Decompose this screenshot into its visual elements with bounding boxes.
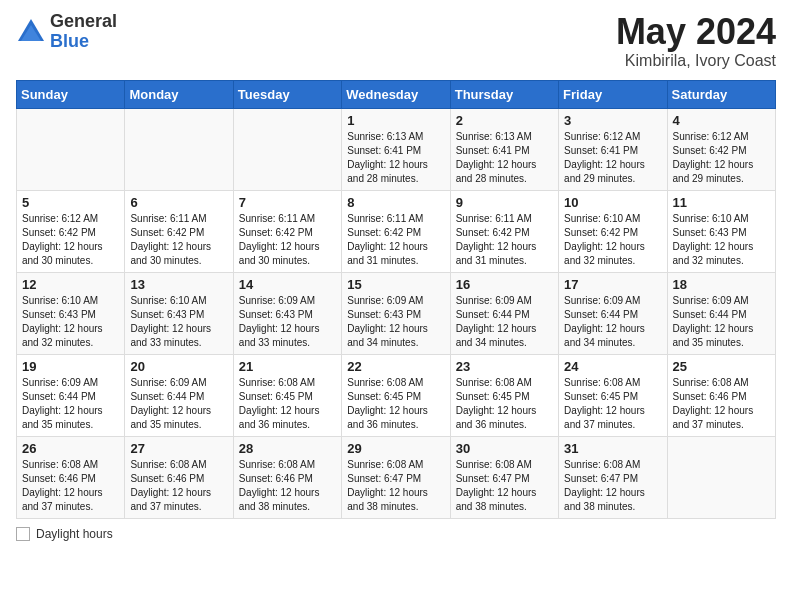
day-info: Sunrise: 6:09 AMSunset: 6:44 PMDaylight:… xyxy=(456,294,554,350)
day-info: Sunrise: 6:10 AMSunset: 6:43 PMDaylight:… xyxy=(22,294,120,350)
day-number: 2 xyxy=(456,113,554,128)
day-info: Sunrise: 6:09 AMSunset: 6:43 PMDaylight:… xyxy=(239,294,337,350)
day-cell: 13Sunrise: 6:10 AMSunset: 6:43 PMDayligh… xyxy=(125,272,233,354)
day-cell: 17Sunrise: 6:09 AMSunset: 6:44 PMDayligh… xyxy=(559,272,667,354)
day-info: Sunrise: 6:08 AMSunset: 6:45 PMDaylight:… xyxy=(564,376,662,432)
day-cell xyxy=(233,108,341,190)
calendar-table: Sunday Monday Tuesday Wednesday Thursday… xyxy=(16,80,776,519)
day-info: Sunrise: 6:10 AMSunset: 6:43 PMDaylight:… xyxy=(673,212,771,268)
day-cell: 8Sunrise: 6:11 AMSunset: 6:42 PMDaylight… xyxy=(342,190,450,272)
day-number: 18 xyxy=(673,277,771,292)
col-saturday: Saturday xyxy=(667,80,775,108)
day-cell: 6Sunrise: 6:11 AMSunset: 6:42 PMDaylight… xyxy=(125,190,233,272)
day-cell xyxy=(17,108,125,190)
day-number: 23 xyxy=(456,359,554,374)
day-info: Sunrise: 6:08 AMSunset: 6:46 PMDaylight:… xyxy=(22,458,120,514)
col-monday: Monday xyxy=(125,80,233,108)
logo-blue-text: Blue xyxy=(50,32,117,52)
page: General Blue May 2024 Kimbirila, Ivory C… xyxy=(0,0,792,612)
day-cell: 9Sunrise: 6:11 AMSunset: 6:42 PMDaylight… xyxy=(450,190,558,272)
day-info: Sunrise: 6:08 AMSunset: 6:45 PMDaylight:… xyxy=(347,376,445,432)
day-cell: 31Sunrise: 6:08 AMSunset: 6:47 PMDayligh… xyxy=(559,436,667,518)
day-cell: 4Sunrise: 6:12 AMSunset: 6:42 PMDaylight… xyxy=(667,108,775,190)
legend-daylight: Daylight hours xyxy=(16,527,113,541)
day-number: 29 xyxy=(347,441,445,456)
logo-general-text: General xyxy=(50,12,117,32)
day-info: Sunrise: 6:08 AMSunset: 6:46 PMDaylight:… xyxy=(130,458,228,514)
day-info: Sunrise: 6:09 AMSunset: 6:43 PMDaylight:… xyxy=(347,294,445,350)
day-number: 9 xyxy=(456,195,554,210)
day-number: 31 xyxy=(564,441,662,456)
day-cell: 2Sunrise: 6:13 AMSunset: 6:41 PMDaylight… xyxy=(450,108,558,190)
day-cell: 7Sunrise: 6:11 AMSunset: 6:42 PMDaylight… xyxy=(233,190,341,272)
daylight-label: Daylight hours xyxy=(36,527,113,541)
day-info: Sunrise: 6:11 AMSunset: 6:42 PMDaylight:… xyxy=(239,212,337,268)
day-cell: 28Sunrise: 6:08 AMSunset: 6:46 PMDayligh… xyxy=(233,436,341,518)
day-number: 1 xyxy=(347,113,445,128)
day-number: 14 xyxy=(239,277,337,292)
day-cell: 14Sunrise: 6:09 AMSunset: 6:43 PMDayligh… xyxy=(233,272,341,354)
day-info: Sunrise: 6:12 AMSunset: 6:42 PMDaylight:… xyxy=(673,130,771,186)
day-cell: 26Sunrise: 6:08 AMSunset: 6:46 PMDayligh… xyxy=(17,436,125,518)
logo-icon xyxy=(16,17,46,47)
day-number: 10 xyxy=(564,195,662,210)
day-cell: 22Sunrise: 6:08 AMSunset: 6:45 PMDayligh… xyxy=(342,354,450,436)
footer: Daylight hours xyxy=(16,527,776,541)
day-info: Sunrise: 6:11 AMSunset: 6:42 PMDaylight:… xyxy=(347,212,445,268)
day-cell xyxy=(667,436,775,518)
day-cell: 30Sunrise: 6:08 AMSunset: 6:47 PMDayligh… xyxy=(450,436,558,518)
day-cell: 10Sunrise: 6:10 AMSunset: 6:42 PMDayligh… xyxy=(559,190,667,272)
day-cell: 20Sunrise: 6:09 AMSunset: 6:44 PMDayligh… xyxy=(125,354,233,436)
logo-text: General Blue xyxy=(50,12,117,52)
day-cell: 16Sunrise: 6:09 AMSunset: 6:44 PMDayligh… xyxy=(450,272,558,354)
calendar-body: 1Sunrise: 6:13 AMSunset: 6:41 PMDaylight… xyxy=(17,108,776,518)
day-cell: 27Sunrise: 6:08 AMSunset: 6:46 PMDayligh… xyxy=(125,436,233,518)
day-cell: 11Sunrise: 6:10 AMSunset: 6:43 PMDayligh… xyxy=(667,190,775,272)
day-cell: 3Sunrise: 6:12 AMSunset: 6:41 PMDaylight… xyxy=(559,108,667,190)
header: General Blue May 2024 Kimbirila, Ivory C… xyxy=(16,12,776,70)
day-cell: 23Sunrise: 6:08 AMSunset: 6:45 PMDayligh… xyxy=(450,354,558,436)
day-cell: 1Sunrise: 6:13 AMSunset: 6:41 PMDaylight… xyxy=(342,108,450,190)
day-number: 13 xyxy=(130,277,228,292)
location-subtitle: Kimbirila, Ivory Coast xyxy=(616,52,776,70)
day-number: 25 xyxy=(673,359,771,374)
week-row-3: 12Sunrise: 6:10 AMSunset: 6:43 PMDayligh… xyxy=(17,272,776,354)
col-tuesday: Tuesday xyxy=(233,80,341,108)
day-info: Sunrise: 6:08 AMSunset: 6:47 PMDaylight:… xyxy=(347,458,445,514)
day-cell: 5Sunrise: 6:12 AMSunset: 6:42 PMDaylight… xyxy=(17,190,125,272)
day-number: 28 xyxy=(239,441,337,456)
day-info: Sunrise: 6:11 AMSunset: 6:42 PMDaylight:… xyxy=(130,212,228,268)
day-number: 19 xyxy=(22,359,120,374)
day-number: 22 xyxy=(347,359,445,374)
day-number: 27 xyxy=(130,441,228,456)
day-info: Sunrise: 6:09 AMSunset: 6:44 PMDaylight:… xyxy=(673,294,771,350)
day-number: 6 xyxy=(130,195,228,210)
day-number: 21 xyxy=(239,359,337,374)
day-info: Sunrise: 6:12 AMSunset: 6:41 PMDaylight:… xyxy=(564,130,662,186)
day-info: Sunrise: 6:10 AMSunset: 6:42 PMDaylight:… xyxy=(564,212,662,268)
day-info: Sunrise: 6:08 AMSunset: 6:45 PMDaylight:… xyxy=(239,376,337,432)
day-info: Sunrise: 6:08 AMSunset: 6:45 PMDaylight:… xyxy=(456,376,554,432)
day-info: Sunrise: 6:08 AMSunset: 6:46 PMDaylight:… xyxy=(673,376,771,432)
day-cell: 19Sunrise: 6:09 AMSunset: 6:44 PMDayligh… xyxy=(17,354,125,436)
day-cell: 29Sunrise: 6:08 AMSunset: 6:47 PMDayligh… xyxy=(342,436,450,518)
day-info: Sunrise: 6:08 AMSunset: 6:47 PMDaylight:… xyxy=(456,458,554,514)
day-number: 30 xyxy=(456,441,554,456)
col-wednesday: Wednesday xyxy=(342,80,450,108)
day-info: Sunrise: 6:09 AMSunset: 6:44 PMDaylight:… xyxy=(130,376,228,432)
logo: General Blue xyxy=(16,12,117,52)
day-number: 17 xyxy=(564,277,662,292)
day-info: Sunrise: 6:09 AMSunset: 6:44 PMDaylight:… xyxy=(22,376,120,432)
day-cell: 18Sunrise: 6:09 AMSunset: 6:44 PMDayligh… xyxy=(667,272,775,354)
day-info: Sunrise: 6:13 AMSunset: 6:41 PMDaylight:… xyxy=(456,130,554,186)
day-cell: 21Sunrise: 6:08 AMSunset: 6:45 PMDayligh… xyxy=(233,354,341,436)
day-number: 3 xyxy=(564,113,662,128)
day-number: 12 xyxy=(22,277,120,292)
day-info: Sunrise: 6:08 AMSunset: 6:46 PMDaylight:… xyxy=(239,458,337,514)
col-thursday: Thursday xyxy=(450,80,558,108)
day-info: Sunrise: 6:10 AMSunset: 6:43 PMDaylight:… xyxy=(130,294,228,350)
day-cell xyxy=(125,108,233,190)
day-info: Sunrise: 6:12 AMSunset: 6:42 PMDaylight:… xyxy=(22,212,120,268)
week-row-4: 19Sunrise: 6:09 AMSunset: 6:44 PMDayligh… xyxy=(17,354,776,436)
day-number: 20 xyxy=(130,359,228,374)
